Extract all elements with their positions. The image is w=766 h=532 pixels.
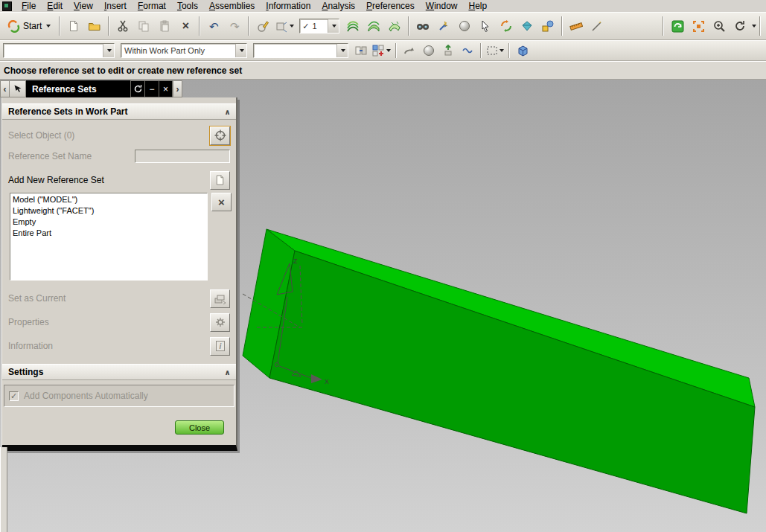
new-reference-set-icon <box>214 174 226 186</box>
orbit-mode-button[interactable] <box>498 17 514 35</box>
collapse-section-icon[interactable]: ∧ <box>222 106 233 118</box>
list-item-model[interactable]: Model ("MODEL") <box>10 194 207 205</box>
shapes-button[interactable] <box>540 17 556 35</box>
sphere-icon <box>459 20 470 32</box>
layer-combo[interactable]: ✓ 1 <box>299 19 339 33</box>
snap-point-button[interactable] <box>435 17 452 35</box>
delete-x-icon: × <box>182 20 189 32</box>
select-object-button[interactable] <box>210 126 230 145</box>
move-component-button[interactable] <box>401 42 418 59</box>
dialog-close-x-button[interactable]: × <box>159 80 173 97</box>
select-marquee-button[interactable] <box>486 42 504 59</box>
shapes-icon <box>542 20 554 32</box>
studio-surface-button[interactable] <box>386 17 403 35</box>
remove-reference-set-button[interactable]: × <box>211 193 232 211</box>
orbit-arrows-icon <box>500 20 512 32</box>
list-item-entire-part[interactable]: Entire Part <box>10 228 207 239</box>
menu-assemblies[interactable]: Assemblies <box>204 0 261 12</box>
sketch-pencil-icon <box>257 20 269 33</box>
separator <box>108 16 109 36</box>
swept-button[interactable] <box>366 17 382 35</box>
zoom-in-button[interactable] <box>711 17 727 35</box>
delete-button[interactable]: × <box>177 17 194 35</box>
caret-down-icon <box>341 49 345 52</box>
add-components-checkbox: ✓ <box>9 391 19 401</box>
rotate-view-button[interactable] <box>732 17 748 35</box>
crosshair-icon <box>214 129 227 142</box>
layer-dropdown-button[interactable] <box>328 19 339 33</box>
information-row: Information i <box>2 336 236 356</box>
menu-view[interactable]: View <box>68 0 99 12</box>
redo-button: ↷ <box>226 17 243 35</box>
undo-button[interactable]: ↶ <box>205 17 222 35</box>
add-components-row: ✓ Add Components Automatically <box>4 385 234 407</box>
select-cursor-button[interactable] <box>477 17 494 35</box>
dialog-forward-button[interactable]: › <box>173 80 182 97</box>
menu-window[interactable]: Window <box>421 0 464 12</box>
start-button[interactable]: Start <box>2 16 56 36</box>
separator <box>561 16 563 36</box>
settings-section-header: Settings ∧ <box>2 364 236 380</box>
refresh-button[interactable] <box>669 17 686 35</box>
menu-analysis[interactable]: Analysis <box>316 0 361 12</box>
dialog-drag-button[interactable] <box>10 80 26 97</box>
component-name-combo[interactable] <box>3 43 115 58</box>
cut-button[interactable] <box>115 17 131 35</box>
menu-information[interactable]: Information <box>261 0 316 12</box>
component-search-combo[interactable] <box>253 43 348 58</box>
beam-front-face[interactable] <box>269 251 755 513</box>
measure-distance-button[interactable] <box>568 17 584 35</box>
toolbar-overflow-icon[interactable] <box>752 25 756 28</box>
product-outline-button[interactable] <box>514 42 531 59</box>
menu-help[interactable]: Help <box>463 0 493 12</box>
component-name-dropdown-button[interactable] <box>103 44 114 57</box>
dialog-reset-button[interactable] <box>130 80 144 97</box>
gear-icon <box>214 316 226 328</box>
information-button: i <box>210 337 230 356</box>
dialog-minimize-button[interactable]: − <box>144 80 159 97</box>
fit-view-button[interactable] <box>690 17 706 35</box>
list-item-empty[interactable]: Empty <box>10 217 207 228</box>
shaded-view-button[interactable] <box>456 17 473 35</box>
separator <box>395 43 397 58</box>
caret-down-icon <box>386 49 391 52</box>
menu-format[interactable]: Format <box>133 0 172 12</box>
collapse-settings-icon[interactable]: ∧ <box>222 367 233 378</box>
remove-x-icon: × <box>218 196 225 208</box>
gem-display-button[interactable] <box>519 17 535 35</box>
resource-bar-strip[interactable] <box>0 447 7 532</box>
component-search-dropdown-button[interactable] <box>336 44 348 57</box>
menu-preferences[interactable]: Preferences <box>361 0 421 12</box>
x-axis-label: X <box>325 378 329 385</box>
selection-scope-combo[interactable]: Within Work Part Only <box>121 43 247 58</box>
dialog-back-button[interactable]: ‹ <box>0 80 10 97</box>
add-reference-set-button[interactable] <box>210 171 230 190</box>
menu-edit[interactable]: Edit <box>42 0 68 12</box>
spline-button[interactable] <box>589 17 605 35</box>
reference-set-list[interactable]: Model ("MODEL") Lightweight ("FACET") Em… <box>10 193 208 281</box>
menu-insert[interactable]: Insert <box>99 0 133 12</box>
menu-file[interactable]: File <box>16 0 42 12</box>
wave-geometry-button[interactable] <box>459 42 476 59</box>
undo-icon: ↶ <box>209 21 219 32</box>
new-file-button[interactable] <box>66 17 82 35</box>
binoculars-button[interactable] <box>415 17 431 35</box>
selection-scope-dropdown-button[interactable] <box>235 44 246 57</box>
list-item-lightweight[interactable]: Lightweight ("FACET") <box>10 205 207 217</box>
caret-down-icon <box>240 49 244 52</box>
open-folder-icon <box>88 20 101 32</box>
promote-body-button[interactable] <box>440 42 456 59</box>
menu-tools[interactable]: Tools <box>172 0 204 12</box>
find-component-button[interactable] <box>353 42 369 59</box>
add-component-button[interactable] <box>372 42 391 59</box>
datum-csys-button[interactable] <box>275 17 294 35</box>
open-button[interactable] <box>86 17 103 35</box>
reference-sets-dialog: Reference Sets in Work Part ∧ Select Obj… <box>1 97 237 451</box>
close-button[interactable]: Close <box>175 420 224 435</box>
through-curves-button[interactable] <box>345 17 361 35</box>
select-object-label: Select Object (0) <box>8 130 74 141</box>
reference-set-name-label: Reference Set Name <box>8 151 92 161</box>
sketch-button[interactable] <box>255 17 271 35</box>
app-icon <box>2 1 12 11</box>
pattern-component-button[interactable] <box>421 42 437 59</box>
